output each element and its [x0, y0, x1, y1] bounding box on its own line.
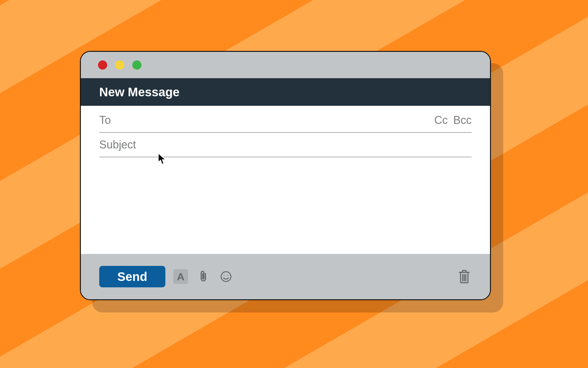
attach-button[interactable]	[196, 269, 211, 284]
send-label: Send	[117, 270, 147, 284]
svg-point-1	[224, 275, 225, 276]
send-button[interactable]: Send	[99, 266, 165, 287]
to-field[interactable]: To Cc Bcc	[99, 108, 472, 133]
compose-header: New Message	[81, 78, 490, 106]
cc-button[interactable]: Cc	[434, 114, 448, 127]
subject-label: Subject	[99, 138, 136, 151]
compose-footer: Send A	[81, 254, 490, 299]
close-icon[interactable]	[98, 60, 107, 70]
compose-window: New Message To Cc Bcc Subject Send	[80, 51, 491, 300]
formatting-button[interactable]: A	[173, 269, 188, 284]
svg-point-0	[221, 272, 231, 282]
emoji-button[interactable]	[219, 269, 233, 284]
to-label: To	[99, 114, 111, 127]
paperclip-icon	[198, 270, 209, 283]
compose-title: New Message	[99, 85, 179, 99]
subject-field[interactable]: Subject	[99, 133, 472, 157]
discard-button[interactable]	[457, 269, 472, 284]
message-body[interactable]	[81, 157, 490, 254]
minimize-icon[interactable]	[115, 60, 124, 70]
window-titlebar	[81, 52, 490, 78]
compose-fields: To Cc Bcc Subject	[81, 106, 490, 157]
format-text-icon: A	[177, 271, 185, 283]
smiley-icon	[220, 270, 232, 283]
trash-icon	[458, 269, 471, 284]
bcc-button[interactable]: Bcc	[453, 114, 472, 127]
svg-point-2	[228, 275, 228, 276]
maximize-icon[interactable]	[132, 60, 141, 70]
